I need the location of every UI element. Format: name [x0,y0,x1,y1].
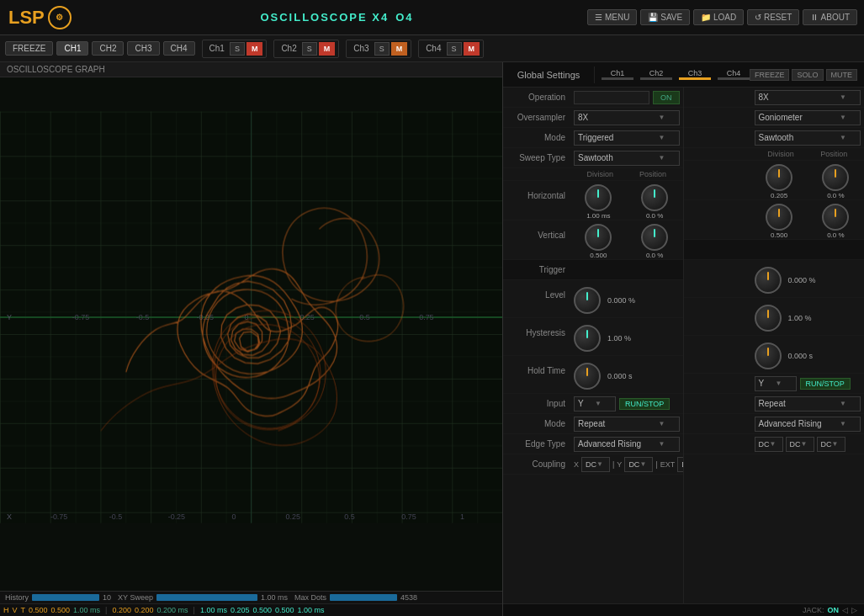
r-h-division-val: 0.205 [771,192,787,199]
right-panel: Global Settings Ch1 Ch2 Ch3 [503,62,864,616]
oversampler-row: Oversampler 8X ▼ [503,108,683,128]
r-input-select[interactable]: Y ▼ [755,376,797,391]
r-oversampler-row: 8X ▼ [684,88,865,108]
edge-type-select[interactable]: Advanced Rising ▼ [574,437,680,452]
h-position-knob[interactable] [641,184,668,211]
left-settings-col: Operation ON Oversampler 8X ▼ [503,88,684,603]
h-division-knob[interactable] [585,184,612,211]
history-value: 10 [103,593,111,602]
r-level-knob[interactable] [755,267,782,294]
ch4-s-button[interactable]: S [447,42,462,56]
status-val-9: 0.500 [252,606,272,614]
ch4-m-button[interactable]: M [464,42,480,56]
divider-2: | [192,606,197,614]
svg-text:0.5: 0.5 [344,512,354,521]
r-sweep-content: Sawtooth ▼ [751,129,865,147]
r-coupling-2-select[interactable]: DC▼ [786,437,814,452]
coupling-ext-select[interactable]: DC▼ [677,457,683,472]
ch3-m-button[interactable]: M [391,42,408,56]
r-coupling-3-select[interactable]: DC▼ [817,437,845,452]
r-mode2-select[interactable]: Repeat ▼ [755,396,861,412]
grid-container: Y -0.75 -0.5 -0.25 0 0.25 0.5 0.75 X -0.… [0,77,502,591]
status-val-11: 1.00 ms [297,606,324,614]
r-oversampler-select[interactable]: 8X ▼ [755,90,861,105]
right-settings-col: 8X ▼ Goniometer ▼ [684,88,865,603]
r-edge-type-content: Advanced Rising ▼ [751,415,865,433]
r-mode-arrow: ▼ [840,114,846,121]
operation-toggle[interactable]: ON [653,91,680,104]
r-mode-row: Goniometer ▼ [684,108,865,128]
jack-icon-2: ▷ [851,606,857,614]
right-freeze-button[interactable]: FREEZE [750,69,790,81]
history-label: History [5,593,29,602]
r-h-division-knob[interactable] [766,164,792,191]
r-mode-select[interactable]: Goniometer ▼ [755,110,861,125]
svg-text:0: 0 [232,512,236,521]
hysteresis-row: Hysteresis 1.00 % [503,318,683,356]
reset-button[interactable]: ↺ RESET [747,9,799,25]
r-hv-header: Division Position [755,150,861,158]
svg-text:X: X [7,512,12,521]
r-sweep-select[interactable]: Sawtooth ▼ [755,130,861,146]
mode-select[interactable]: Triggered ▼ [574,130,680,146]
xy-sweep-value: 1.00 ms [261,593,288,602]
right-mute-button[interactable]: MUTE [826,69,858,81]
r-h-division-knob-cell: 0.205 [766,164,792,199]
r-run-stop-button[interactable]: RUN/STOP [800,378,851,390]
hysteresis-knob[interactable] [574,325,601,352]
svg-text:0.5: 0.5 [359,313,369,321]
r-hysteresis-knob[interactable] [755,305,782,332]
r-v-division-knob-cell: 0.500 [766,204,792,239]
r-coupling-1-select[interactable]: DC▼ [755,437,783,452]
coupling-x-label: X [574,460,579,469]
svg-text:0.75: 0.75 [419,313,433,321]
coupling-x-select[interactable]: DC▼ [581,457,610,472]
level-val: 0.000 % [607,296,635,305]
r-v-position-knob[interactable] [822,204,849,231]
r-hold-time-knob[interactable] [755,343,782,369]
load-button[interactable]: 📁 LOAD [693,9,744,25]
v-position-knob[interactable] [641,224,668,251]
hold-time-knob[interactable] [574,363,601,390]
ch3-button[interactable]: CH3 [127,41,159,56]
r-oversampler-arrow: ▼ [840,93,846,101]
info-bar: History 10 XY Sweep 1.00 ms Max Dots 453… [0,591,502,603]
ch1-button[interactable]: CH1 [56,41,88,56]
ch1-group-label: Ch1 [206,44,228,53]
mode2-select[interactable]: Repeat ▼ [574,417,680,432]
coupling-y-select[interactable]: DC▼ [624,457,653,472]
v-division-knob-cell: 0.500 [585,224,612,259]
input-select[interactable]: Y ▼ [574,396,616,412]
ch2-s-button[interactable]: S [302,42,317,56]
oversampler-select[interactable]: 8X ▼ [574,110,680,125]
r-edge-type-select[interactable]: Advanced Rising ▼ [755,417,861,432]
ch3-s-button[interactable]: S [374,42,390,56]
about-button[interactable]: ⏸ ABOUT [803,9,857,25]
right-solo-button[interactable]: SOLO [792,69,823,81]
ch2-m-button[interactable]: M [319,42,336,56]
svg-text:0.25: 0.25 [285,512,299,521]
input-content: Y ▼ RUN/STOP [570,395,683,413]
status-val-6: 0.200 ms [157,606,188,614]
menu-button[interactable]: ☰ MENU [587,9,637,25]
mode-label: Mode [503,133,570,142]
graph-label: OSCILLOSCOPE GRAPH [0,62,502,77]
save-button[interactable]: 💾 SAVE [640,9,690,25]
v-division-knob[interactable] [585,224,612,251]
svg-text:-0.5: -0.5 [109,512,122,521]
mode2-label: Mode [503,419,570,428]
sweep-type-select[interactable]: Sawtooth ▼ [574,151,680,166]
jack-bar: JACK: ON ◁ ▷ [503,603,864,616]
level-knob[interactable] [574,287,601,314]
r-h-position-knob[interactable] [822,164,849,191]
ch1-m-button[interactable]: M [246,42,263,56]
ch1-s-button[interactable]: S [230,42,245,56]
ch1-tab-label: Ch1 [611,69,625,77]
ch2-button[interactable]: CH2 [92,41,124,56]
ch4-button[interactable]: CH4 [163,41,195,56]
r-coupling-3-arrow: ▼ [832,440,839,448]
run-stop-button[interactable]: RUN/STOP [619,398,670,410]
r-v-division-knob[interactable] [766,204,792,231]
freeze-button[interactable]: FREEZE [5,41,53,56]
edge-type-row: Edge Type Advanced Rising ▼ [503,434,683,454]
